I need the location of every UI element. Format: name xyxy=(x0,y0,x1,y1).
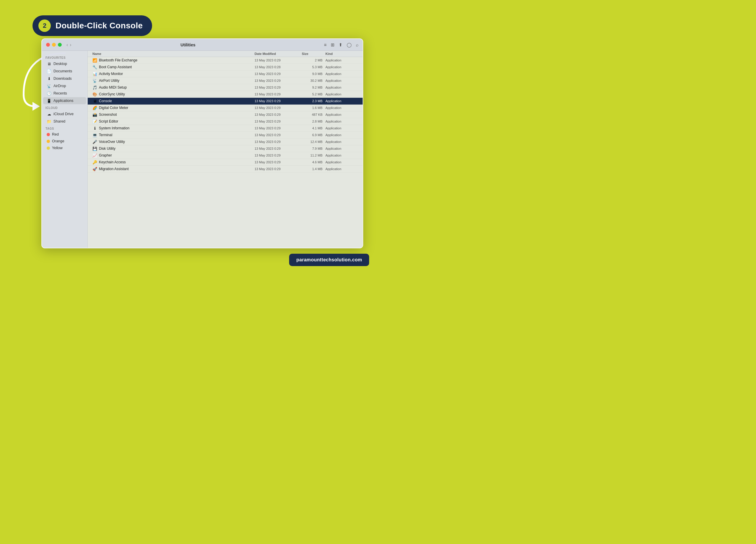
file-icon: 🔑 xyxy=(92,160,97,164)
sidebar-downloads-label: Downloads xyxy=(53,76,72,81)
sidebar-item-airdrop[interactable]: 📡 AirDrop xyxy=(43,82,86,89)
file-name: VoiceOver Utility xyxy=(99,140,125,144)
sidebar-orange-label: Orange xyxy=(52,139,64,143)
finder-window: ‹ › Utilities ≡ ⊞ ⬆ ◯ ⌕ Favourites 🖥 Des… xyxy=(41,38,363,248)
sidebar-item-downloads[interactable]: ⬇ Downloads xyxy=(43,75,86,82)
file-name: Migration Assistant xyxy=(99,167,129,171)
sidebar-recents-label: Recents xyxy=(53,91,67,95)
file-name: Boot Camp Assistant xyxy=(99,65,132,69)
sidebar-item-icloud-drive[interactable]: ☁ iCloud Drive xyxy=(43,110,86,118)
file-row[interactable]: 🔧 Boot Camp Assistant 13 May 2023 0:28 5… xyxy=(88,64,363,71)
downloads-icon: ⬇ xyxy=(47,76,51,81)
file-row[interactable]: 📸 Screenshot 13 May 2023 0:29 487 KB App… xyxy=(88,111,363,118)
file-icon: 🌈 xyxy=(92,105,97,110)
file-size: 9.2 MB xyxy=(302,86,325,89)
file-date: 13 May 2023 0:29 xyxy=(255,120,302,123)
file-kind: Application xyxy=(325,106,358,110)
close-button[interactable] xyxy=(46,43,50,47)
file-row[interactable]: 💻 Terminal 13 May 2023 0:29 6.9 MB Appli… xyxy=(88,132,363,139)
sidebar-item-documents[interactable]: 📄 Documents xyxy=(43,68,86,75)
file-icon: 🔧 xyxy=(92,65,97,69)
sidebar-item-shared[interactable]: 📁 Shared xyxy=(43,118,86,125)
tags-section: Tags xyxy=(42,125,87,131)
search-icon[interactable]: ⌕ xyxy=(356,42,359,47)
share-icon[interactable]: ⬆ xyxy=(339,42,343,48)
sidebar-desktop-label: Desktop xyxy=(53,62,67,66)
file-row[interactable]: 📶 Bluetooth File Exchange 13 May 2023 0:… xyxy=(88,57,363,64)
finder-titlebar: ‹ › Utilities ≡ ⊞ ⬆ ◯ ⌕ xyxy=(42,39,363,51)
file-kind: Application xyxy=(325,72,358,76)
file-row[interactable]: ℹ System Information 13 May 2023 0:29 4.… xyxy=(88,125,363,132)
file-date: 13 May 2023 0:28 xyxy=(255,65,302,69)
titlebar-location: Utilities xyxy=(52,43,324,47)
sidebar-airdrop-label: AirDrop xyxy=(53,84,66,88)
step-badge: 2 Double-Click Console xyxy=(32,15,152,36)
shared-icon: 📁 xyxy=(47,119,51,124)
sidebar-item-tag-yellow[interactable]: Yellow xyxy=(43,145,86,151)
file-name: Console xyxy=(99,99,112,103)
file-row[interactable]: 📊 Activity Monitor 13 May 2023 0:29 9.0 … xyxy=(88,71,363,77)
file-kind: Application xyxy=(325,86,358,89)
file-row[interactable]: 📝 Script Editor 13 May 2023 0:29 2.8 MB … xyxy=(88,118,363,125)
file-row[interactable]: 🎤 VoiceOver Utility 13 May 2023 0:29 12.… xyxy=(88,139,363,145)
watermark: paramounttechsolution.com xyxy=(289,254,369,266)
file-name: ColorSync Utility xyxy=(99,92,125,96)
file-date: 13 May 2023 0:29 xyxy=(255,167,302,171)
file-row[interactable]: 🎨 ColorSync Utility 13 May 2023 0:29 5.2… xyxy=(88,91,363,98)
favourites-section: Favourites xyxy=(42,54,87,60)
sidebar-item-tag-orange[interactable]: Orange xyxy=(43,138,86,144)
file-size: 2 MB xyxy=(302,58,325,62)
file-row[interactable]: 📡 AirPort Utility 13 May 2023 0:29 30.2 … xyxy=(88,77,363,84)
file-name: Digital Color Meter xyxy=(99,106,128,110)
file-icon: 📈 xyxy=(92,153,97,158)
file-row[interactable]: 🖥 Console 13 May 2023 0:29 2.3 MB Applic… xyxy=(88,98,363,105)
finder-body: Favourites 🖥 Desktop 📄 Documents ⬇ Downl… xyxy=(42,51,363,248)
file-size: 1.4 MB xyxy=(302,167,325,171)
file-size: 487 KB xyxy=(302,113,325,116)
sidebar-applications-label: Applications xyxy=(53,99,73,103)
sort-icon[interactable]: ⊞ xyxy=(331,42,335,48)
file-size: 1.6 MB xyxy=(302,106,325,110)
file-row[interactable]: 🌈 Digital Color Meter 13 May 2023 0:29 1… xyxy=(88,105,363,111)
file-date: 13 May 2023 0:29 xyxy=(255,92,302,96)
file-size: 9.0 MB xyxy=(302,72,325,76)
file-name: Terminal xyxy=(99,133,112,137)
file-size: 5.3 MB xyxy=(302,65,325,69)
sidebar-item-desktop[interactable]: 🖥 Desktop xyxy=(43,60,86,67)
file-kind: Application xyxy=(325,58,358,62)
file-date: 13 May 2023 0:29 xyxy=(255,126,302,130)
file-kind: Application xyxy=(325,160,358,164)
file-row[interactable]: 🔑 Keychain Access 13 May 2023 0:29 4.6 M… xyxy=(88,159,363,166)
sidebar-item-tag-red[interactable]: Red xyxy=(43,131,86,138)
svg-marker-0 xyxy=(32,102,40,111)
file-date: 13 May 2023 0:29 xyxy=(255,154,302,157)
sidebar-item-applications[interactable]: 📱 Applications xyxy=(43,97,86,104)
file-size: 11.2 MB xyxy=(302,154,325,157)
file-kind: Application xyxy=(325,120,358,123)
file-size: 7.9 MB xyxy=(302,147,325,150)
file-size: 12.4 MB xyxy=(302,140,325,144)
col-kind: Kind xyxy=(325,52,358,56)
file-row[interactable]: 🎵 Audio MIDI Setup 13 May 2023 0:29 9.2 … xyxy=(88,84,363,91)
file-name: Screenshot xyxy=(99,113,117,117)
file-size: 2.3 MB xyxy=(302,99,325,103)
file-size: 6.9 MB xyxy=(302,133,325,137)
icloud-drive-icon: ☁ xyxy=(47,112,51,116)
file-row[interactable]: 🚀 Migration Assistant 13 May 2023 0:29 1… xyxy=(88,166,363,172)
column-headers: Name Date Modified Size Kind xyxy=(88,51,363,57)
file-name: Script Editor xyxy=(99,119,118,123)
tag-icon[interactable]: ◯ xyxy=(347,42,352,48)
file-name: Grapher xyxy=(99,153,112,157)
step-number: 2 xyxy=(38,19,51,32)
sidebar-shared-label: Shared xyxy=(53,119,65,123)
file-date: 13 May 2023 0:29 xyxy=(255,113,302,116)
sidebar-red-label: Red xyxy=(52,132,59,136)
file-icon: 💾 xyxy=(92,146,97,151)
file-date: 13 May 2023 0:29 xyxy=(255,79,302,82)
col-size: Size xyxy=(302,52,325,56)
list-view-icon[interactable]: ≡ xyxy=(324,42,327,47)
file-row[interactable]: 💾 Disk Utility 13 May 2023 0:29 7.9 MB A… xyxy=(88,145,363,152)
sidebar-item-recents[interactable]: 🕐 Recents xyxy=(43,90,86,97)
file-row[interactable]: 📈 Grapher 13 May 2023 0:29 11.2 MB Appli… xyxy=(88,152,363,159)
file-date: 13 May 2023 0:29 xyxy=(255,72,302,76)
